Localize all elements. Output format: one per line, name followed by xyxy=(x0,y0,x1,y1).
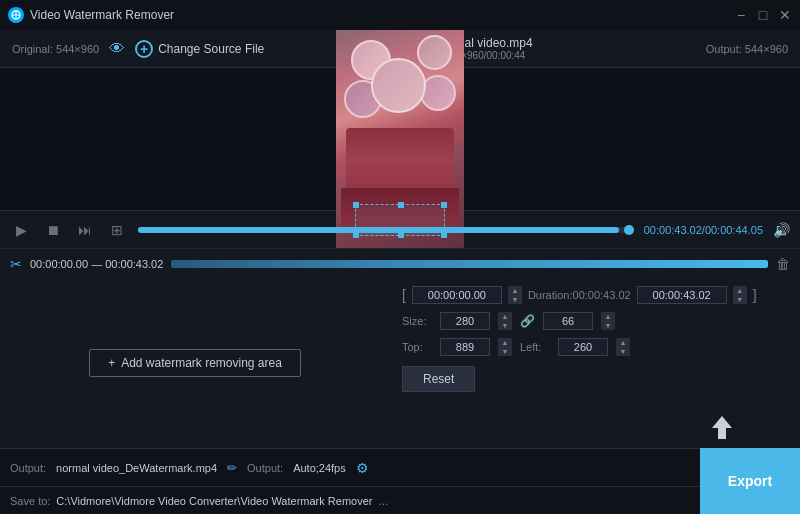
wm-handle-tr[interactable] xyxy=(441,202,447,208)
eye-icon[interactable]: 👁 xyxy=(109,40,125,58)
step-forward-button[interactable]: ⏭ xyxy=(74,219,96,241)
bracket-left: [ xyxy=(402,287,406,303)
wm-handle-br[interactable] xyxy=(441,232,447,238)
download-arrow-icon xyxy=(704,408,740,444)
output-file-label: Output: xyxy=(10,462,46,474)
timeline-range-label: 00:00:00.00 — 00:00:43.02 xyxy=(30,258,163,270)
time-display: 00:00:43.02/00:00:44.05 xyxy=(644,224,763,236)
top-spinner: ▲ ▼ xyxy=(498,338,512,356)
end-time-up[interactable]: ▲ xyxy=(733,286,747,295)
progress-bar[interactable] xyxy=(138,227,634,233)
position-row: Top: ▲ ▼ Left: ▲ ▼ xyxy=(402,338,788,356)
top-up[interactable]: ▲ xyxy=(498,338,512,347)
close-button[interactable]: ✕ xyxy=(778,8,792,22)
size-row: Size: ▲ ▼ 🔗 ▲ ▼ xyxy=(402,312,788,330)
play-button[interactable]: ▶ xyxy=(10,219,32,241)
link-icon[interactable]: 🔗 xyxy=(520,314,535,328)
output-format-value: Auto;24fps xyxy=(293,462,346,474)
left-input[interactable] xyxy=(558,338,608,356)
plus-icon: + xyxy=(108,356,115,370)
output-format-label: Output: xyxy=(247,462,283,474)
folder-button[interactable]: ... xyxy=(378,494,388,508)
top-label: Top: xyxy=(402,341,432,353)
add-area-label: Add watermark removing area xyxy=(121,356,282,370)
titlebar: Video Watermark Remover − □ ✕ xyxy=(0,0,800,30)
original-resolution-label: Original: 544×960 xyxy=(12,43,99,55)
saveto-bar: Save to: C:\Vidmore\Vidmore Video Conver… xyxy=(0,486,800,514)
timeline-track[interactable] xyxy=(171,260,768,268)
app-title: Video Watermark Remover xyxy=(30,8,174,22)
settings-icon[interactable]: ⚙ xyxy=(356,460,369,476)
titlebar-left: Video Watermark Remover xyxy=(8,7,174,23)
progress-fill xyxy=(138,227,619,233)
change-source-button[interactable]: + Change Source File xyxy=(135,40,264,58)
bracket-right: ] xyxy=(753,287,757,303)
svg-rect-4 xyxy=(718,436,726,439)
maximize-button[interactable]: □ xyxy=(756,8,770,22)
top-input[interactable] xyxy=(440,338,490,356)
wm-handle-tl[interactable] xyxy=(353,202,359,208)
size-w-up[interactable]: ▲ xyxy=(498,312,512,321)
end-time-down[interactable]: ▼ xyxy=(733,295,747,304)
saveto-label: Save to: xyxy=(10,495,50,507)
duration-label: Duration:00:00:43.02 xyxy=(528,289,631,301)
size-label: Size: xyxy=(402,315,432,327)
stop-button[interactable]: ⏹ xyxy=(42,219,64,241)
time-range-row: [ ▲ ▼ Duration:00:00:43.02 ▲ ▼ ] xyxy=(402,286,788,304)
preview-section xyxy=(0,68,800,210)
wm-handle-tm[interactable] xyxy=(398,202,404,208)
left-spinner: ▲ ▼ xyxy=(616,338,630,356)
start-time-down[interactable]: ▼ xyxy=(508,295,522,304)
change-source-label: Change Source File xyxy=(158,42,264,56)
svg-marker-3 xyxy=(712,416,732,438)
wm-handle-bl[interactable] xyxy=(353,232,359,238)
bottom-half: + Add watermark removing area [ ▲ ▼ Dura… xyxy=(0,278,800,448)
size-h-down[interactable]: ▼ xyxy=(601,321,615,330)
size-h-input[interactable] xyxy=(543,312,593,330)
add-watermark-area-button[interactable]: + Add watermark removing area xyxy=(89,349,301,377)
end-time-input[interactable] xyxy=(637,286,727,304)
topbar-left: Original: 544×960 👁 + Change Source File xyxy=(12,40,264,58)
start-time-spinner: ▲ ▼ xyxy=(508,286,522,304)
edit-icon[interactable]: ✏ xyxy=(227,461,237,475)
trash-icon[interactable]: 🗑 xyxy=(776,256,790,272)
video-thumbnail xyxy=(336,30,464,248)
start-time-input[interactable] xyxy=(412,286,502,304)
left-down[interactable]: ▼ xyxy=(616,347,630,356)
minimize-button[interactable]: − xyxy=(734,8,748,22)
wm-handle-bm[interactable] xyxy=(398,232,404,238)
add-source-icon: + xyxy=(135,40,153,58)
left-label: Left: xyxy=(520,341,550,353)
volume-icon[interactable]: 🔊 xyxy=(773,222,790,238)
output-file-name: normal video_DeWatermark.mp4 xyxy=(56,462,217,474)
left-up[interactable]: ▲ xyxy=(616,338,630,347)
output-bar: Output: normal video_DeWatermark.mp4 ✏ O… xyxy=(0,448,800,486)
timeline-row: ✂ 00:00:00.00 — 00:00:43.02 🗑 xyxy=(0,248,800,278)
size-w-input[interactable] xyxy=(440,312,490,330)
end-time-spinner: ▲ ▼ xyxy=(733,286,747,304)
saveto-path: C:\Vidmore\Vidmore Video Converter\Video… xyxy=(56,495,372,507)
size-w-spinner: ▲ ▼ xyxy=(498,312,512,330)
titlebar-controls: − □ ✕ xyxy=(734,8,792,22)
start-time-up[interactable]: ▲ xyxy=(508,286,522,295)
crop-button[interactable]: ⊞ xyxy=(106,219,128,241)
size-h-spinner: ▲ ▼ xyxy=(601,312,615,330)
output-resolution-label: Output: 544×960 xyxy=(706,43,788,55)
reset-button[interactable]: Reset xyxy=(402,366,475,392)
app-icon xyxy=(8,7,24,23)
size-h-up[interactable]: ▲ xyxy=(601,312,615,321)
top-down[interactable]: ▼ xyxy=(498,347,512,356)
progress-thumb[interactable] xyxy=(624,225,634,235)
scissors-icon[interactable]: ✂ xyxy=(10,256,22,272)
export-button[interactable]: Export xyxy=(700,448,800,514)
size-w-down[interactable]: ▼ xyxy=(498,321,512,330)
left-panel: + Add watermark removing area xyxy=(0,278,390,448)
